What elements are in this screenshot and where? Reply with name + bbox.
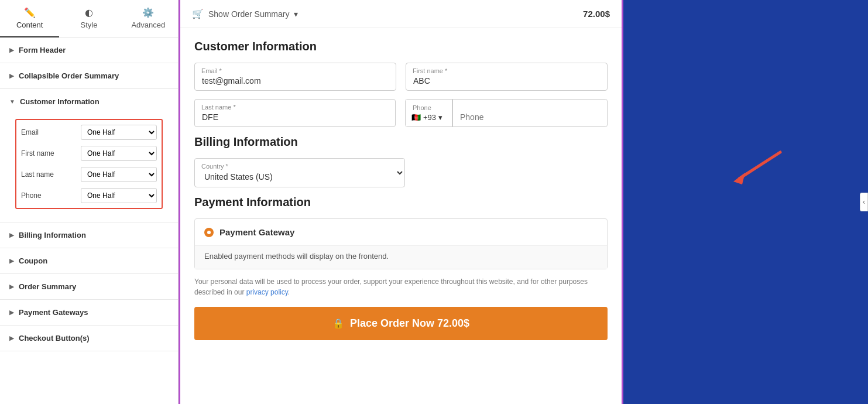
country-label: Country * xyxy=(201,163,228,170)
accordion-payment-gateways: ▶ Payment Gateways xyxy=(0,300,178,326)
accordion-order-summary: ▶ Order Summary xyxy=(0,274,178,300)
accordion-payment-gateways-label: Payment Gateways xyxy=(19,308,88,317)
tab-advanced[interactable]: ⚙️ Advanced xyxy=(119,0,178,37)
tab-style[interactable]: ◐ Style xyxy=(59,0,118,37)
accordion-coupon: ▶ Coupon xyxy=(0,248,178,274)
red-arrow-annotation xyxy=(728,146,786,190)
billing-info-title: Billing Information xyxy=(194,135,608,149)
accordion-collapsible-order-label: Collapsible Order Summary xyxy=(19,71,119,80)
field-label-firstname: First name xyxy=(21,149,62,158)
cart-icon: 🛒 xyxy=(192,8,204,19)
privacy-note: Your personal data will be used to proce… xyxy=(194,276,608,297)
accordion-billing-info-toggle[interactable]: ▶ Billing Information xyxy=(0,222,178,248)
tab-content[interactable]: ✏️ Content xyxy=(0,0,59,37)
payment-gateway-body: Enabled payment methods will display on … xyxy=(195,245,607,269)
chevron-right-icon-4: ▶ xyxy=(9,258,14,264)
field-select-lastname[interactable]: One Half Full Width One Third Two Thirds xyxy=(81,167,157,182)
accordion-customer-info: ▼ Customer Information Email One Half Fu… xyxy=(0,89,178,222)
tabs-bar: ✏️ Content ◐ Style ⚙️ Advanced xyxy=(0,0,178,37)
svg-line-0 xyxy=(739,152,780,179)
field-row-firstname: First name One Half Full Width One Third… xyxy=(21,146,157,161)
privacy-policy-link[interactable]: privacy policy xyxy=(246,288,288,296)
accordion-billing-info: ▶ Billing Information xyxy=(0,222,178,248)
payment-gateway-label: Payment Gateway xyxy=(219,227,294,237)
place-order-label: Place Order Now 72.00$ xyxy=(350,317,469,330)
accordion-order-summary-label: Order Summary xyxy=(19,282,76,291)
tab-content-label: Content xyxy=(16,20,43,29)
chevron-right-icon-2: ▶ xyxy=(9,73,14,79)
payment-gateway-description: Enabled payment methods will display on … xyxy=(204,252,389,261)
accordion-collapsible-order: ▶ Collapsible Order Summary xyxy=(0,63,178,89)
tab-advanced-label: Advanced xyxy=(131,20,165,29)
left-panel: ✏️ Content ◐ Style ⚙️ Advanced ▶ Form He… xyxy=(0,0,179,404)
accordion-form-header-label: Form Header xyxy=(19,46,66,54)
accordion-payment-gateways-toggle[interactable]: ▶ Payment Gateways xyxy=(0,300,178,325)
field-row-phone: Phone One Half Full Width One Third Two … xyxy=(21,188,157,203)
email-firstname-row: Email * First name * xyxy=(194,63,608,91)
checkout-form-container: 🛒 Show Order Summary ▾ 72.00$ Customer I… xyxy=(179,0,623,404)
lock-icon: 🔒 xyxy=(332,318,344,329)
field-label-email: Email xyxy=(21,128,62,136)
accordion-form-header: ▶ Form Header xyxy=(0,37,178,63)
phone-label: Phone xyxy=(413,104,431,111)
country-row: Country * United States (US) United King… xyxy=(194,158,608,187)
payment-info-title: Payment Information xyxy=(194,196,608,209)
place-order-button[interactable]: 🔒 Place Order Now 72.00$ xyxy=(194,307,608,340)
payment-gateway-header: Payment Gateway xyxy=(195,219,607,245)
accordion-order-summary-toggle[interactable]: ▶ Order Summary xyxy=(0,274,178,299)
order-total-amount: 72.00$ xyxy=(583,9,610,19)
payment-gateway-box: Payment Gateway Enabled payment methods … xyxy=(194,218,608,269)
order-summary-label: Show Order Summary xyxy=(208,9,289,19)
last-name-label: Last name * xyxy=(201,104,236,111)
phone-country-selector[interactable]: 🇦🇫 +93 ▾ xyxy=(406,100,452,126)
field-label-phone: Phone xyxy=(21,191,62,200)
accordion-checkout-buttons-toggle[interactable]: ▶ Checkout Button(s) xyxy=(0,326,178,351)
right-panel: 🛒 Show Order Summary ▾ 72.00$ Customer I… xyxy=(179,0,868,404)
style-icon: ◐ xyxy=(85,7,93,18)
panel-collapse-button[interactable]: ‹ xyxy=(860,193,868,211)
accordion-checkout-buttons: ▶ Checkout Button(s) xyxy=(0,326,178,351)
chevron-down-phone-icon: ▾ xyxy=(438,113,442,122)
firstname-field-group: First name * xyxy=(406,63,608,91)
field-select-firstname[interactable]: One Half Full Width One Third Two Thirds xyxy=(81,146,157,161)
phone-field-group: Phone 🇦🇫 +93 ▾ xyxy=(405,99,608,127)
chevron-right-icon-7: ▶ xyxy=(9,335,14,341)
lastname-field-group: Last name * xyxy=(194,99,396,127)
chevron-right-icon-3: ▶ xyxy=(9,232,14,238)
chevron-right-icon: ▶ xyxy=(9,47,14,53)
email-input[interactable] xyxy=(194,63,396,91)
accordion-collapsible-order-toggle[interactable]: ▶ Collapsible Order Summary xyxy=(0,63,178,88)
accordion-coupon-label: Coupon xyxy=(19,256,47,265)
show-order-summary-btn[interactable]: 🛒 Show Order Summary ▾ xyxy=(192,8,298,19)
chevron-down-icon: ▼ xyxy=(9,98,15,105)
payment-gateway-radio[interactable] xyxy=(204,228,214,237)
phone-input[interactable] xyxy=(453,100,607,126)
accordion-checkout-buttons-label: Checkout Button(s) xyxy=(19,334,90,343)
advanced-icon: ⚙️ xyxy=(142,7,154,18)
field-row-lastname: Last name One Half Full Width One Third … xyxy=(21,167,157,182)
privacy-end: . xyxy=(288,288,290,296)
accordion-customer-info-toggle[interactable]: ▼ Customer Information xyxy=(0,89,178,114)
accordion-billing-info-label: Billing Information xyxy=(19,231,86,239)
country-field-group: Country * United States (US) United King… xyxy=(194,158,608,187)
accordion-form-header-toggle[interactable]: ▶ Form Header xyxy=(0,37,178,63)
chevron-right-icon-5: ▶ xyxy=(9,283,14,290)
content-icon: ✏️ xyxy=(24,7,36,18)
chevron-right-icon-6: ▶ xyxy=(9,309,14,316)
order-summary-bar: 🛒 Show Order Summary ▾ 72.00$ xyxy=(180,0,622,28)
field-row-email: Email One Half Full Width One Third Two … xyxy=(21,125,157,140)
field-select-email[interactable]: One Half Full Width One Third Two Thirds xyxy=(81,125,157,140)
field-label-lastname: Last name xyxy=(21,170,62,179)
accordion-coupon-toggle[interactable]: ▶ Coupon xyxy=(0,248,178,273)
customer-info-fields-box: Email One Half Full Width One Third Two … xyxy=(15,119,163,209)
svg-marker-1 xyxy=(733,173,745,184)
phone-country-code: +93 xyxy=(423,113,436,122)
field-select-phone[interactable]: One Half Full Width One Third Two Thirds xyxy=(81,188,157,203)
flag-icon: 🇦🇫 xyxy=(411,113,421,122)
customer-info-title: Customer Information xyxy=(194,40,608,53)
first-name-label: First name * xyxy=(413,67,447,74)
accordion-customer-info-label: Customer Information xyxy=(20,97,100,106)
chevron-left-icon: ‹ xyxy=(863,198,865,206)
email-label: Email * xyxy=(201,67,222,74)
tab-style-label: Style xyxy=(81,20,98,29)
